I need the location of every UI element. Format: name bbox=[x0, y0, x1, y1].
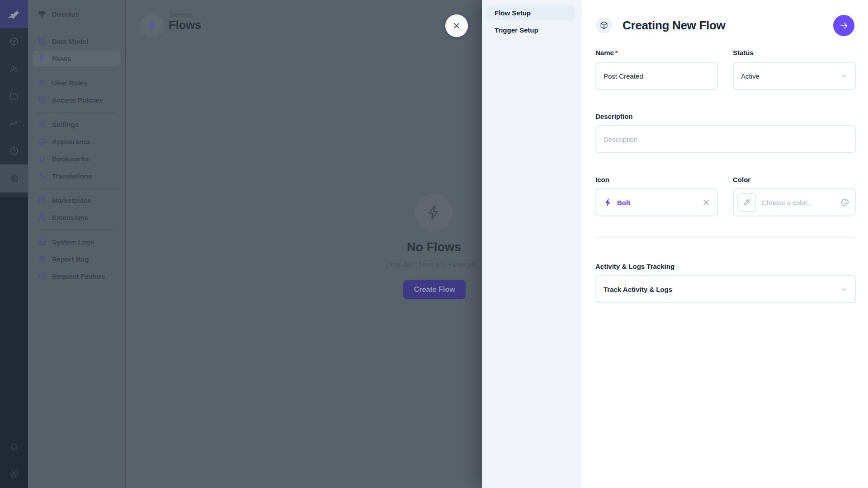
arrow-right-icon bbox=[839, 21, 849, 31]
status-label: Status bbox=[733, 49, 754, 56]
tracking-label: Activity & Logs Tracking bbox=[595, 263, 675, 270]
color-input[interactable] bbox=[761, 198, 830, 207]
drawer-overlay[interactable] bbox=[0, 0, 482, 488]
tracking-select[interactable]: Track Activity & Logs bbox=[595, 275, 856, 303]
name-input[interactable] bbox=[595, 62, 718, 90]
color-label: Color bbox=[733, 176, 750, 183]
status-select[interactable]: Active bbox=[733, 62, 856, 90]
app-root: Directus Data ModelFlowsUser RolesAccess… bbox=[0, 0, 868, 488]
description-label: Description bbox=[595, 113, 633, 120]
chevron-down-icon bbox=[840, 71, 849, 80]
drawer-icon-badge bbox=[596, 17, 612, 33]
tracking-value: Track Activity & Logs bbox=[604, 286, 672, 293]
clear-icon-button[interactable] bbox=[702, 198, 711, 207]
drawer-tab-trigger-setup[interactable]: Trigger Setup bbox=[486, 23, 576, 38]
name-label: Name* bbox=[595, 49, 618, 56]
description-input[interactable] bbox=[595, 125, 856, 153]
color-swatch-button[interactable] bbox=[737, 193, 756, 212]
icon-select[interactable]: Bolt bbox=[595, 188, 718, 216]
drawer-tab-flow-setup[interactable]: Flow Setup bbox=[486, 5, 576, 20]
close-icon bbox=[452, 21, 462, 31]
palette-icon bbox=[840, 198, 849, 207]
drawer-submit-button[interactable] bbox=[833, 15, 854, 36]
drawer-title: Creating New Flow bbox=[623, 19, 725, 33]
box-icon bbox=[599, 21, 609, 30]
section-divider bbox=[595, 237, 856, 238]
create-flow-drawer: Flow SetupTrigger Setup Creating New Flo… bbox=[482, 0, 868, 488]
drawer-content: Creating New Flow Name* Status Active De… bbox=[582, 0, 868, 488]
bolt-icon bbox=[604, 198, 613, 207]
status-value: Active bbox=[741, 72, 760, 80]
drawer-close-button[interactable] bbox=[445, 14, 468, 37]
required-mark: * bbox=[615, 49, 618, 56]
eyedropper-icon bbox=[743, 198, 751, 206]
chevron-down-icon bbox=[840, 285, 849, 294]
color-palette-button[interactable] bbox=[840, 189, 849, 216]
icon-label: Icon bbox=[595, 176, 609, 183]
drawer-section-nav: Flow SetupTrigger Setup bbox=[482, 0, 582, 488]
icon-value: Bolt bbox=[617, 199, 630, 206]
color-field bbox=[733, 188, 856, 216]
